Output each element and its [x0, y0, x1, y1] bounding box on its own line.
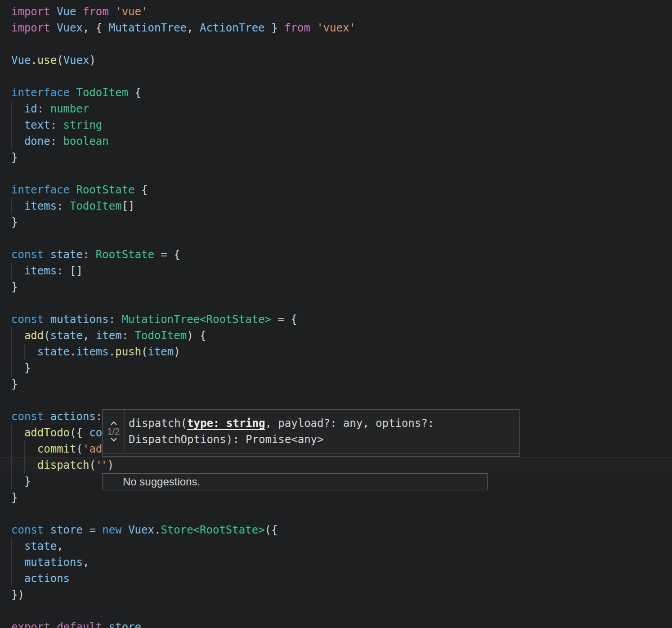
code-line [11, 68, 356, 85]
code-line [11, 392, 356, 408]
parameter-hints-widget: 1/2 dispatch(type: string, payload?: any… [102, 409, 520, 457]
code-line [11, 230, 356, 247]
signature-text: dispatch(type: string, payload?: any, op… [125, 410, 519, 453]
no-suggestions-message: No suggestions. [123, 475, 200, 488]
code-line: interface RootState { [11, 182, 356, 198]
code-line: } [11, 489, 356, 506]
signature-docs-strip [103, 453, 519, 456]
signature-line-2: DispatchOptions): Promise<any> [129, 431, 519, 448]
code-line: id: number [11, 101, 356, 117]
code-line [11, 506, 356, 522]
code-line: export default store [11, 619, 356, 628]
code-line: add(state, item: TodoItem) { [11, 327, 356, 344]
code-line [11, 36, 356, 52]
code-line: } [11, 376, 356, 392]
code-line: import Vuex, { MutationTree, ActionTree … [11, 20, 356, 36]
code-line: mutations, [11, 554, 356, 570]
signature-line-1: dispatch(type: string, payload?: any, op… [129, 415, 519, 431]
code-line: items: [] [11, 263, 356, 279]
code-line: done: boolean [11, 133, 356, 149]
editor-screen: import Vue from 'vue'import Vuex, { Muta… [0, 0, 672, 628]
code-line: Vue.use(Vuex) [11, 52, 356, 68]
code-line [11, 603, 356, 619]
chevron-down-icon [110, 437, 118, 442]
code-line: interface TodoItem { [11, 85, 356, 101]
chevron-up-icon [110, 421, 118, 426]
signature-pager: 1/2 [108, 426, 120, 436]
code-line: } [11, 149, 356, 166]
code-line [11, 295, 356, 311]
next-signature-button[interactable] [110, 437, 118, 442]
code-line: const store = new Vuex.Store<RootState>(… [11, 522, 356, 538]
code-line: }) [11, 587, 356, 603]
code-line: } [11, 214, 356, 230]
code-line: } [11, 279, 356, 295]
signature-rest: , payload?: any, options?: [265, 417, 434, 430]
code-line: } [11, 360, 356, 376]
active-parameter: type: string [187, 417, 265, 430]
code-line [11, 166, 356, 182]
code-line: state, [11, 538, 356, 554]
code-line: text: string [11, 117, 356, 133]
code-line: const state: RootState = { [11, 247, 356, 263]
suggest-widget: No suggestions. [102, 473, 488, 490]
code-line: const mutations: MutationTree<RootState>… [11, 311, 356, 327]
code-line: dispatch('') [11, 457, 356, 473]
code-line: items: TodoItem[] [11, 198, 356, 214]
code-line: import Vue from 'vue' [11, 4, 356, 20]
code-editor[interactable]: import Vue from 'vue'import Vuex, { Muta… [11, 4, 356, 628]
prev-signature-button[interactable] [110, 421, 118, 426]
signature-pager-column: 1/2 [103, 410, 125, 453]
code-line: state.items.push(item) [11, 344, 356, 360]
code-line: actions [11, 570, 356, 587]
signature-prefix: dispatch( [129, 417, 187, 430]
